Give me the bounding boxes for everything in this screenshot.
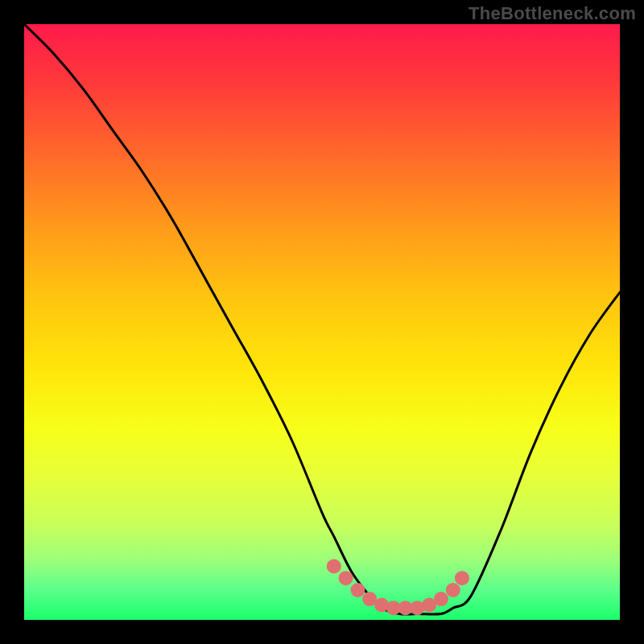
watermark-text: TheBottleneck.com [469,3,636,24]
plot-area [24,24,620,620]
chart-frame: TheBottleneck.com [0,0,644,644]
marker-dot [350,583,365,597]
marker-dot [446,583,460,597]
marker-dot [455,571,469,585]
curve-svg [24,24,620,620]
marker-dot [339,571,353,585]
bottleneck-curve-path [24,24,620,614]
marker-dot [327,559,341,573]
marker-dot [434,592,448,606]
